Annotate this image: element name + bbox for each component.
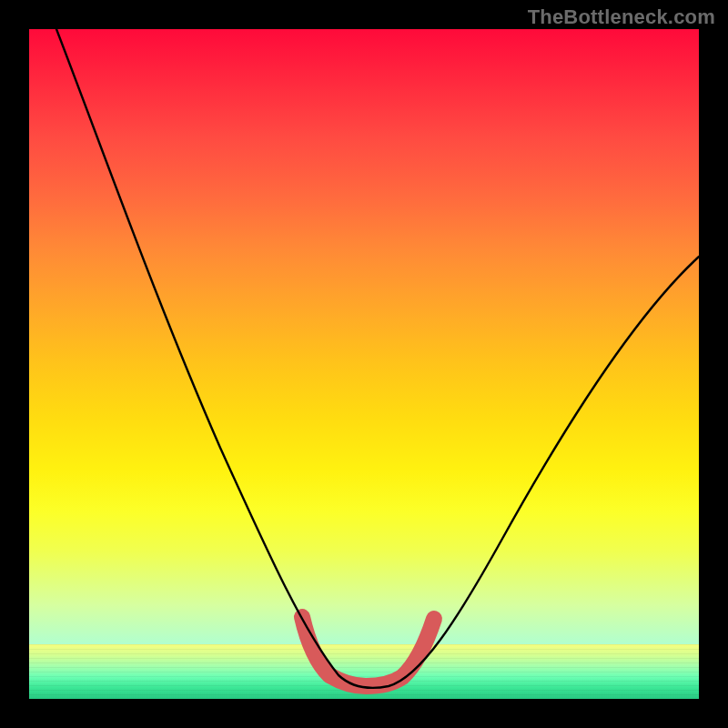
plot-area <box>29 29 699 699</box>
black-curve-path <box>56 29 699 688</box>
outer-frame: TheBottleneck.com <box>0 0 728 728</box>
curve-layer <box>29 29 699 699</box>
watermark-text: TheBottleneck.com <box>528 5 715 29</box>
